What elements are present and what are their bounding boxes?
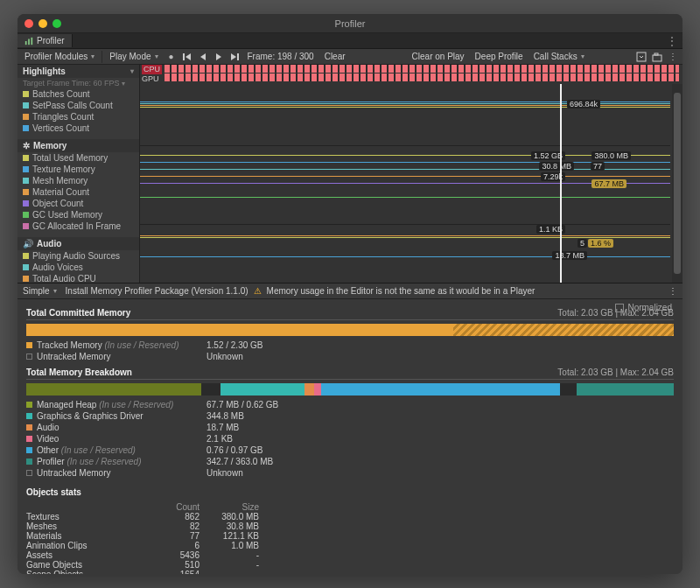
gear-icon: ✲ (23, 141, 30, 150)
warning-text: Memory usage in the Editor is not the sa… (267, 286, 536, 296)
titlebar: Profiler (18, 14, 682, 33)
metric-item[interactable]: Audio Voices (18, 262, 139, 273)
legend-row: Video2.1 KB (26, 433, 674, 444)
memory-graph[interactable]: 1.52 GB 380.0 MB 30.8 MB 77 7.29k 67.7 M… (140, 145, 670, 224)
install-package-link[interactable]: Install Memory Profiler Package (Version… (66, 286, 248, 296)
breakdown-title: Total Memory Breakdown Total: 2.03 GB | … (26, 368, 674, 380)
forward-icon[interactable] (213, 51, 225, 63)
target-frame-time[interactable]: Target Frame Time: 60 FPS ▾ (18, 78, 139, 88)
save-icon[interactable] (635, 51, 648, 63)
metric-item[interactable]: Vertices Count (18, 122, 139, 134)
metric-item[interactable]: Batches Count (18, 88, 139, 100)
detail-menu-icon[interactable]: ⋮ (668, 286, 677, 296)
tracks-area: Highlights ▾ Target Frame Time: 60 FPS ▾… (18, 65, 682, 284)
warning-icon: ⚠ (254, 286, 262, 296)
profiler-window: Profiler Profiler ⋮ Profiler Modules Pla… (18, 14, 682, 574)
legend-row: Untracked MemoryUnknown (26, 351, 674, 362)
stats-row: Game Objects510- (26, 560, 674, 570)
profiler-modules-dropdown[interactable]: Profiler Modules (21, 51, 98, 62)
legend-row: Audio18.7 MB (26, 422, 674, 433)
legend-row: Tracked Memory (In use / Reserved)1.52 /… (26, 340, 674, 351)
legend-row: Profiler (In use / Reserved)342.7 / 363.… (26, 456, 674, 467)
memory-details: Normalized Total Committed Memory Total:… (18, 299, 682, 574)
memory-header[interactable]: ✲ Memory (18, 139, 139, 152)
clear-on-play-toggle[interactable]: Clear on Play (409, 51, 468, 62)
metric-item[interactable]: Playing Audio Sources (18, 250, 139, 262)
deep-profile-toggle[interactable]: Deep Profile (472, 51, 527, 62)
committed-title: Total Committed Memory Total: 2.03 GB | … (26, 308, 674, 320)
call-stacks-dropdown[interactable]: Call Stacks (530, 51, 588, 62)
gpu-label: GPU (142, 74, 159, 83)
metric-item[interactable]: GC Allocated In Frame (18, 220, 139, 232)
gpu-strip[interactable] (164, 74, 679, 81)
svg-marker-6 (216, 53, 221, 60)
detail-mode-dropdown[interactable]: Simple (23, 285, 60, 297)
tabbar: Profiler ⋮ (18, 33, 682, 49)
module-sidebar: Highlights ▾ Target Frame Time: 60 FPS ▾… (18, 65, 140, 283)
tab-menu-icon[interactable]: ⋮ (667, 35, 677, 47)
clear-button[interactable]: Clear (321, 51, 349, 62)
stats-row: Scene Objects1654- (26, 570, 674, 574)
playmode-dropdown[interactable]: Play Mode (106, 51, 161, 62)
svg-rect-10 (653, 55, 662, 61)
metric-item[interactable]: Material Count (18, 186, 139, 198)
stats-row: Animation Clips61.0 MB (26, 541, 674, 550)
legend-row: Other (In use / Reserved)0.76 / 0.97 GB (26, 444, 674, 456)
stats-row: Assets5436- (26, 550, 674, 560)
load-icon[interactable] (651, 51, 663, 63)
cpu-label: CPU (142, 65, 162, 74)
svg-marker-4 (186, 53, 191, 60)
normalized-toggle[interactable]: Normalized (615, 303, 672, 312)
breakdown-bar (26, 383, 674, 396)
stats-row: Meshes8230.8 MB (26, 522, 674, 531)
tab-label: Profiler (37, 36, 65, 46)
objects-title: Objects stats (26, 487, 674, 499)
metric-item[interactable]: Total Used Memory (18, 152, 139, 164)
svg-marker-5 (200, 53, 206, 60)
vertical-scrollbar[interactable] (672, 84, 682, 283)
toolbar: Profiler Modules Play Mode ● Frame: 198 … (18, 49, 682, 65)
profiler-icon (24, 37, 33, 46)
cpu-strip[interactable] (164, 65, 679, 73)
objects-table: Count Size Textures862380.0 MBMeshes8230… (26, 502, 674, 574)
graph-panel[interactable]: CPU GPU 696.84k (140, 65, 682, 283)
detail-toolbar: Simple Install Memory Profiler Package (… (18, 284, 682, 299)
svg-rect-3 (183, 53, 185, 60)
legend-row: Managed Heap (In use / Reserved)67.7 MB … (26, 399, 674, 410)
context-menu-icon[interactable]: ⋮ (667, 51, 679, 63)
metric-item[interactable]: Object Count (18, 198, 139, 209)
window-title: Profiler (18, 18, 682, 29)
legend-row: Untracked MemoryUnknown (26, 467, 674, 479)
svg-rect-0 (25, 41, 27, 45)
svg-marker-7 (231, 53, 236, 60)
stats-row: Materials77121.1 KB (26, 531, 674, 541)
svg-rect-1 (28, 38, 30, 45)
next-frame-icon[interactable] (228, 51, 241, 63)
svg-rect-9 (637, 52, 646, 61)
svg-rect-8 (237, 53, 239, 60)
highlights-graph[interactable]: 696.84k (140, 84, 670, 145)
vertices-value: 696.84k (567, 100, 600, 108)
metric-item[interactable]: GC Used Memory (18, 209, 139, 220)
metric-item[interactable]: Texture Memory (18, 164, 139, 175)
committed-bar (26, 324, 674, 336)
svg-rect-11 (654, 53, 658, 55)
legend-row: Graphics & Graphics Driver344.8 MB (26, 410, 674, 422)
highlights-header[interactable]: Highlights ▾ (18, 65, 139, 78)
metric-item[interactable]: Triangles Count (18, 111, 139, 122)
tab-profiler[interactable]: Profiler (18, 34, 73, 47)
metric-item[interactable]: SetPass Calls Count (18, 100, 139, 111)
prev-frame-icon[interactable] (181, 51, 193, 63)
stats-row: Textures862380.0 MB (26, 512, 674, 522)
record-icon[interactable]: ● (165, 51, 178, 63)
speaker-icon: 🔊 (23, 239, 33, 248)
back-icon[interactable] (197, 51, 209, 63)
svg-rect-2 (32, 37, 33, 44)
audio-graph[interactable]: 1.1 KB 5 1.6 % 18.7 MB (140, 224, 670, 283)
frame-label: Frame: 198 / 300 (244, 51, 318, 62)
metric-item[interactable]: Mesh Memory (18, 175, 139, 186)
metric-item[interactable]: Total Audio CPU (18, 273, 139, 283)
audio-header[interactable]: 🔊 Audio (18, 237, 139, 250)
